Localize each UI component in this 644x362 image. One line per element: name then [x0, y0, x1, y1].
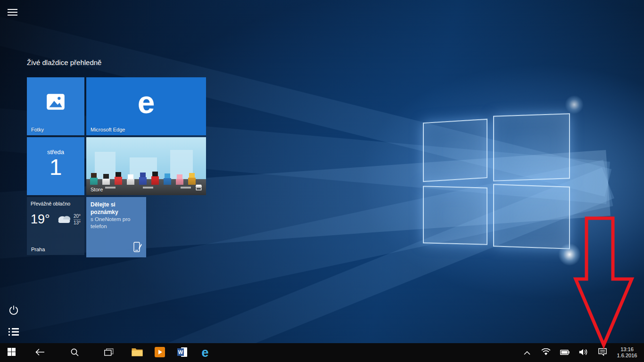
- down-arrow-annotation: [572, 214, 636, 349]
- chevron-up-icon: [524, 349, 530, 356]
- battery-button[interactable]: [555, 343, 574, 362]
- start-button[interactable]: [0, 343, 23, 362]
- weather-city: Praha: [31, 247, 45, 252]
- power-icon: [8, 305, 19, 317]
- calendar-day: 1: [27, 156, 84, 179]
- all-apps-icon: [8, 328, 19, 337]
- task-view-button[interactable]: [91, 343, 126, 362]
- photos-icon: [45, 91, 66, 115]
- weather-condition: Převážně oblačno: [31, 201, 81, 206]
- weather-temp: 19°: [31, 212, 57, 227]
- all-apps-button[interactable]: [7, 325, 21, 339]
- tile-store[interactable]: Store: [86, 137, 206, 195]
- action-center-button[interactable]: [593, 343, 612, 362]
- search-icon: [70, 348, 79, 358]
- taskbar: W e: [0, 343, 644, 362]
- menu-icon[interactable]: [6, 5, 22, 20]
- edge-logo-icon: e: [138, 87, 155, 118]
- weather-high: 20°: [74, 214, 81, 220]
- search-button[interactable]: [57, 343, 91, 362]
- tile-fotky[interactable]: Fotky: [27, 77, 84, 135]
- volume-icon: [579, 348, 588, 357]
- desktop: Živé dlaždice přehledně Fotky e Microsof…: [0, 0, 644, 362]
- edge-button[interactable]: e: [194, 343, 216, 362]
- tile-label: Fotky: [31, 127, 44, 132]
- cloud-icon: [57, 214, 72, 225]
- folder-icon: [132, 347, 143, 358]
- onenote-text: telefon: [91, 223, 142, 230]
- battery-icon: [560, 349, 570, 356]
- power-button[interactable]: [7, 304, 21, 318]
- volume-button[interactable]: [574, 343, 593, 362]
- windows-logo-icon: [8, 348, 16, 357]
- back-button[interactable]: [23, 343, 57, 362]
- phone-pen-icon: [133, 242, 142, 254]
- media-play-icon: [155, 347, 165, 359]
- tile-weather[interactable]: Převážně oblačno 19° 20° 13° Praha: [27, 197, 84, 255]
- back-arrow-icon: [35, 348, 45, 357]
- svg-text:W: W: [178, 349, 183, 355]
- clock-time: 13:16: [620, 346, 634, 353]
- edge-icon: e: [201, 346, 208, 359]
- network-button[interactable]: [537, 343, 555, 362]
- tile-microsoft-edge[interactable]: e Microsoft Edge: [86, 77, 206, 135]
- tray-overflow-button[interactable]: [518, 343, 537, 362]
- system-tray: 13:16 1.6.2016: [518, 343, 644, 362]
- file-explorer-button[interactable]: [126, 343, 149, 362]
- tile-label: Store: [91, 187, 103, 192]
- tile-label: Microsoft Edge: [91, 127, 125, 132]
- store-bag-icon: [195, 184, 202, 192]
- clock-date: 1.6.2016: [617, 353, 637, 359]
- media-app-button[interactable]: [149, 343, 171, 362]
- word-button[interactable]: W: [171, 343, 194, 362]
- action-center-icon: [598, 348, 607, 357]
- tile-group-title[interactable]: Živé dlaždice přehledně: [27, 58, 101, 66]
- wifi-icon: [541, 348, 551, 357]
- weather-low: 13°: [74, 220, 81, 225]
- task-view-icon: [104, 348, 114, 357]
- taskbar-clock[interactable]: 13:16 1.6.2016: [612, 343, 644, 362]
- tile-onenote[interactable]: Dělejte si poznámky s OneNotem pro telef…: [86, 197, 146, 257]
- onenote-text: Dělejte si poznámky: [91, 201, 142, 216]
- word-icon: W: [177, 347, 188, 359]
- tile-calendar[interactable]: středa 1: [27, 137, 84, 195]
- onenote-text: s OneNotem pro: [91, 216, 142, 223]
